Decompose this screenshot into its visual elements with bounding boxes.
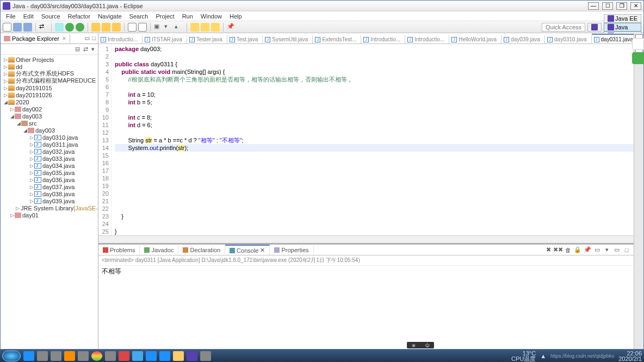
open-type-button[interactable] — [128, 23, 137, 32]
new-button[interactable] — [3, 23, 11, 32]
close-tab-icon[interactable]: ✕ — [260, 247, 265, 254]
new-class-button[interactable] — [112, 23, 121, 32]
code-line[interactable]: } — [115, 213, 634, 220]
media-power-icon[interactable]: ⏻ — [425, 343, 429, 348]
tree-expand-icon[interactable]: ▷ — [29, 163, 34, 168]
tree-expand-icon[interactable]: ▷ — [3, 57, 8, 63]
tree-expand-icon[interactable]: ▷ — [29, 135, 34, 140]
menu-file[interactable]: File — [3, 13, 19, 20]
tree-expand-icon[interactable]: ▷ — [29, 170, 34, 176]
code-line[interactable] — [115, 159, 634, 167]
perspective-java[interactable]: Java — [604, 23, 641, 32]
code-line[interactable] — [115, 53, 634, 60]
tree-expand-icon[interactable]: ▷ — [29, 177, 34, 183]
taskbar-app-icon[interactable] — [159, 351, 170, 361]
tree-expand-icon[interactable]: ◢ — [22, 128, 28, 133]
menu-source[interactable]: Source — [38, 13, 64, 20]
tree-expand-icon[interactable]: ◢ — [9, 114, 15, 119]
tree-node[interactable]: ▷day20191026 — [1, 91, 98, 98]
tree-expand-icon[interactable]: ▷ — [9, 107, 15, 112]
tree-node[interactable]: ▷day0311.java — [1, 141, 98, 148]
tree-node[interactable]: ▷day0310.java — [1, 134, 98, 141]
editor-tab[interactable]: JExtendsTest... — [313, 35, 361, 43]
link-editor-icon[interactable]: ⇄ — [83, 46, 88, 53]
remove-all-icon[interactable]: ✖✖ — [554, 246, 562, 254]
code-line[interactable] — [115, 152, 634, 159]
taskbar-app-icon[interactable] — [105, 351, 116, 361]
taskbar[interactable]: 13°C CPU温度 ▲ https://blog.csdn.net/qtdjp… — [0, 349, 644, 362]
menu-run[interactable]: Run — [179, 13, 196, 20]
forward-button[interactable] — [211, 23, 220, 32]
code-line[interactable]: public static void main(String[] args) { — [115, 68, 634, 76]
code-editor[interactable]: 1234567891011121314151617181920212223242… — [98, 44, 634, 235]
editor-tab[interactable]: JTester.java — [187, 35, 227, 43]
tree-expand-icon[interactable]: ▷ — [29, 184, 34, 190]
tree-node[interactable]: ▷day034.java — [1, 162, 98, 169]
editor-tab[interactable]: JSysemUtil.java — [263, 35, 313, 43]
editor-tab[interactable]: Jday0311.java✕ — [592, 34, 634, 44]
code-area[interactable]: package day003;public class day0311 { pu… — [112, 44, 634, 235]
view-menu-icon[interactable]: ▾ — [91, 46, 95, 53]
tree-node[interactable]: ▷day01 — [1, 211, 98, 219]
package-explorer-tab[interactable]: Package Explorer ✕ — [1, 34, 70, 43]
tree-node[interactable]: ▷day038.java — [1, 190, 98, 197]
code-line[interactable] — [115, 167, 634, 174]
editor-tab[interactable]: Jday0310.java — [545, 35, 592, 43]
bottom-tab-declaration[interactable]: Declaration — [178, 246, 225, 254]
bottom-tab-javadoc[interactable]: Javadoc — [140, 246, 178, 254]
tree-node[interactable]: ▷JRE System Library [JavaSE-1.8] — [1, 204, 98, 211]
tree-node[interactable]: ▷day032.java — [1, 148, 98, 155]
run-button[interactable] — [65, 23, 74, 32]
maximize-button[interactable]: ☐ — [602, 2, 613, 10]
editor-tab[interactable]: JTest.java — [227, 35, 263, 43]
minimize-view-icon[interactable]: ▭ — [84, 35, 90, 42]
code-line[interactable] — [115, 174, 634, 182]
bottom-tab-console[interactable]: Console ✕ — [225, 245, 270, 255]
max-icon[interactable]: □ — [623, 246, 630, 254]
minimize-button[interactable]: ― — [588, 2, 599, 10]
code-line[interactable]: //根据底和高判断两个三角形的面积是否相等，相等的话输出相等，否则输出不相等 。 — [115, 76, 634, 83]
tree-node[interactable]: ▷day20191015 — [1, 84, 98, 91]
menu-project[interactable]: Project — [152, 13, 177, 20]
clear-icon[interactable]: 🗑 — [564, 246, 572, 254]
tree-expand-icon[interactable]: ▷ — [29, 149, 34, 154]
editor-tab[interactable]: JHelloWorld.java — [449, 35, 501, 43]
code-line[interactable]: int d = 6; — [115, 121, 634, 129]
editor-tab[interactable]: JIntroductio... — [98, 35, 143, 43]
code-line[interactable] — [115, 83, 634, 91]
taskbar-app-icon[interactable] — [132, 351, 143, 361]
tree-node[interactable]: ◢2020 — [1, 98, 98, 105]
taskbar-app-icon[interactable] — [78, 351, 89, 361]
save-all-button[interactable] — [23, 23, 32, 32]
bottom-tab-properties[interactable]: Properties — [270, 246, 313, 254]
terminate-icon[interactable]: ✖ — [544, 246, 552, 254]
tree-node[interactable]: ◢day003 — [1, 127, 98, 134]
code-line[interactable] — [115, 106, 634, 114]
tree-expand-icon[interactable]: ▷ — [29, 156, 34, 161]
pin-icon[interactable]: 📌 — [584, 246, 591, 254]
taskbar-app-icon[interactable] — [37, 351, 48, 361]
bottom-tab-problems[interactable]: Problems — [98, 246, 140, 254]
menu-edit[interactable]: Edit — [20, 13, 37, 20]
media-cam-icon[interactable]: ◉ — [412, 343, 416, 348]
menu-navigate[interactable]: Navigate — [95, 13, 125, 20]
editor-tab[interactable]: JIntroductio... — [405, 35, 449, 43]
editor-scrollbar[interactable] — [98, 235, 634, 243]
menu-help[interactable]: Help — [226, 13, 245, 20]
taskbar-ie-icon[interactable] — [23, 351, 34, 361]
taskbar-app-icon[interactable] — [200, 351, 211, 361]
collapse-all-icon[interactable]: ⊟ — [75, 46, 80, 53]
tree-node[interactable]: ▷分布式编程框架MAPREDUCE — [1, 77, 98, 84]
toggle-mark-button[interactable]: ▣ — [154, 23, 163, 32]
tree-expand-icon[interactable]: ▷ — [16, 205, 20, 211]
code-line[interactable]: String str = a * b ==c * d ? "相等" : "不相等… — [115, 136, 634, 144]
scroll-lock-icon[interactable]: 🔒 — [574, 246, 581, 254]
float-widget-1[interactable] — [632, 38, 644, 50]
tree-expand-icon[interactable]: ▷ — [29, 142, 34, 147]
close-button[interactable]: ✕ — [630, 2, 641, 10]
perspective-java-ee[interactable]: Java EE — [604, 14, 641, 23]
taskbar-edge-icon[interactable] — [146, 351, 157, 361]
taskbar-app-icon[interactable] — [119, 351, 129, 361]
tree-expand-icon[interactable]: ▷ — [9, 213, 15, 218]
open-perspective-button[interactable] — [587, 23, 602, 32]
